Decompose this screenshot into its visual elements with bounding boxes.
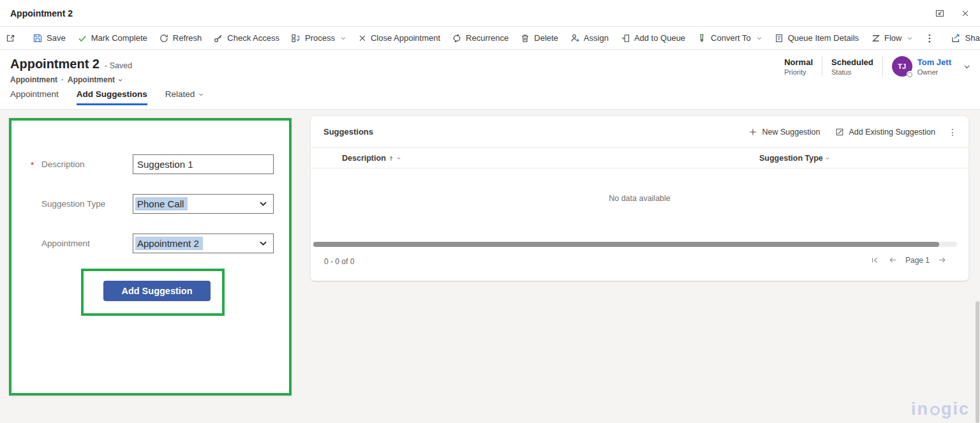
queue-item-details-icon	[774, 33, 784, 43]
suggestion-type-label: Suggestion Type	[41, 194, 105, 214]
subgrid-title: Suggestions	[323, 127, 373, 137]
form-content: * Description Suggestion Type Phone Call…	[0, 110, 980, 423]
add-suggestion-form-panel: * Description Suggestion Type Phone Call…	[9, 118, 292, 396]
priority-field: Normal Priority	[784, 57, 813, 76]
titlebar: Appointment 2	[0, 0, 980, 27]
divider	[822, 56, 822, 77]
tab-related[interactable]: Related	[165, 89, 205, 105]
separator: ·	[61, 75, 64, 84]
first-page-button[interactable]	[869, 255, 880, 266]
gear-icon	[930, 406, 940, 415]
vertical-scrollbar-thumb[interactable]	[976, 301, 979, 423]
dock-panel-icon[interactable]	[932, 5, 948, 22]
share-icon	[951, 33, 961, 43]
save-button[interactable]: Save	[27, 29, 71, 47]
add-to-queue-button[interactable]: Add to Queue	[614, 29, 691, 47]
refresh-icon	[159, 33, 169, 43]
recurrence-button[interactable]: Recurrence	[446, 29, 514, 47]
header-expand-chevron-icon[interactable]	[963, 63, 971, 71]
record-count: 0 - 0 of 0	[324, 257, 354, 266]
record-header: Appointment 2 - Saved Appointment · Appo…	[0, 50, 980, 110]
delete-button[interactable]: Delete	[514, 29, 564, 47]
tab-appointment[interactable]: Appointment	[10, 89, 59, 105]
arrow-right-icon	[937, 255, 947, 265]
scrollbar-thumb[interactable]	[313, 242, 939, 247]
flow-button[interactable]: Flow	[865, 29, 919, 47]
chevron-down-icon	[340, 35, 346, 41]
owner-field[interactable]: TJ Tom Jett Owner	[892, 56, 951, 77]
process-button[interactable]: Process	[285, 29, 352, 47]
appointment-field-row: Appointment Appointment 2	[11, 234, 289, 253]
convert-to-icon	[697, 33, 707, 43]
inogic-watermark: in gic	[911, 399, 970, 419]
avatar: TJ	[892, 56, 912, 77]
tab-strip: Appointment Add Suggestions Related	[10, 89, 204, 105]
description-label: Description	[41, 154, 85, 174]
chevron-down-icon	[258, 200, 268, 208]
subgrid-more-commands-button[interactable]: ⋮	[944, 124, 961, 140]
popout-form-button[interactable]	[0, 29, 22, 47]
window-title: Appointment 2	[10, 0, 73, 27]
titlebar-actions	[932, 0, 974, 27]
horizontal-scrollbar[interactable]	[313, 242, 957, 247]
close-icon[interactable]	[957, 5, 974, 22]
recurrence-icon	[452, 33, 462, 43]
queue-item-details-button[interactable]: Queue Item Details	[768, 29, 865, 47]
column-header-suggestion-type[interactable]: Suggestion Type	[759, 148, 830, 168]
mark-complete-button[interactable]: Mark Complete	[71, 29, 153, 47]
empty-grid-message: No data available	[311, 194, 969, 203]
chevron-down-icon	[258, 239, 268, 248]
command-bar: Save Mark Complete Refresh Check Access …	[0, 27, 980, 50]
presence-badge	[907, 71, 914, 78]
assign-button[interactable]: Assign	[564, 29, 614, 47]
appointment-select[interactable]: Appointment 2	[133, 234, 274, 253]
delete-icon	[520, 33, 530, 43]
sort-ascending-icon	[388, 155, 394, 162]
record-title: Appointment 2	[10, 57, 100, 71]
required-marker: *	[31, 155, 34, 175]
add-to-queue-icon	[620, 33, 630, 43]
header-fields: Normal Priority Scheduled Status TJ Tom …	[784, 56, 971, 77]
close-appointment-icon	[358, 34, 367, 43]
refresh-button[interactable]: Refresh	[153, 29, 208, 47]
new-suggestion-button[interactable]: New Suggestion	[742, 123, 826, 141]
form-selector[interactable]: Appointment	[68, 75, 123, 84]
column-header-description[interactable]: Description	[342, 148, 401, 168]
mark-complete-icon	[77, 33, 87, 43]
next-page-button[interactable]	[936, 254, 948, 266]
share-button[interactable]: Share	[945, 29, 980, 47]
add-suggestion-button[interactable]: Add Suggestion	[103, 281, 211, 301]
convert-to-button[interactable]: Convert To	[691, 29, 768, 47]
button-annotation-box: Add Suggestion	[81, 269, 225, 316]
chevron-down-icon	[117, 77, 123, 83]
description-input[interactable]	[133, 154, 274, 174]
description-field-row: * Description	[11, 154, 289, 174]
popout-icon	[6, 33, 16, 43]
chevron-down-icon	[907, 35, 913, 41]
suggestions-subgrid: Suggestions New Suggestion Add Existing …	[311, 116, 969, 281]
chevron-down-icon	[198, 91, 204, 98]
pagination: Page 1	[869, 254, 948, 266]
more-commands-button[interactable]: ⋮	[919, 29, 940, 47]
subgrid-column-headers: Description Suggestion Type	[311, 148, 969, 168]
chevron-down-icon	[825, 156, 830, 161]
add-existing-suggestion-button[interactable]: Add Existing Suggestion	[829, 123, 942, 141]
appointment-label: Appointment	[41, 234, 90, 253]
close-appointment-button[interactable]: Close Appointment	[352, 29, 446, 47]
owner-name: Tom Jett	[917, 57, 951, 67]
suggestion-type-select[interactable]: Phone Call	[133, 194, 274, 214]
check-access-button[interactable]: Check Access	[207, 29, 285, 47]
check-access-icon	[213, 33, 223, 43]
assign-icon	[570, 33, 580, 43]
divider	[882, 56, 883, 77]
save-icon	[33, 33, 43, 43]
tab-add-suggestions[interactable]: Add Suggestions	[77, 89, 147, 105]
suggestion-type-field-row: Suggestion Type Phone Call	[11, 194, 289, 214]
add-existing-icon	[835, 128, 844, 137]
arrow-left-icon	[888, 255, 898, 265]
page-label: Page 1	[905, 256, 930, 265]
first-page-icon	[870, 256, 879, 265]
flow-icon	[870, 33, 881, 43]
previous-page-button[interactable]	[887, 254, 899, 266]
chevron-down-icon	[756, 35, 762, 41]
